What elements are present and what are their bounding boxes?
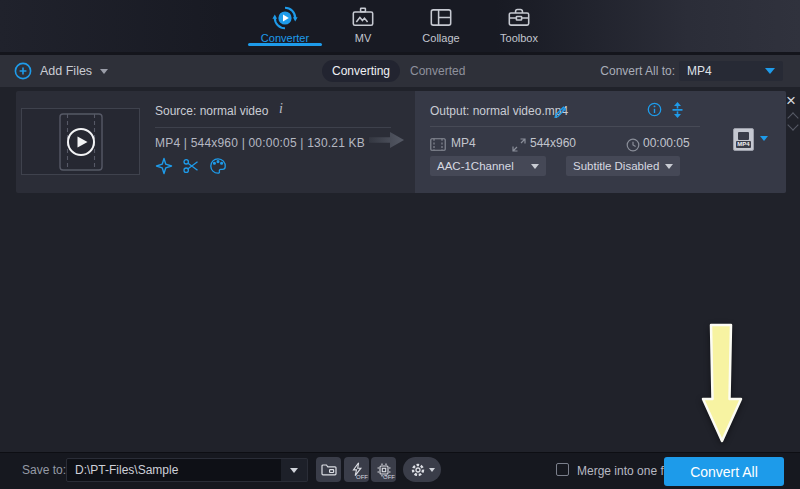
tab-mv[interactable]: MV xyxy=(326,0,400,52)
settings-tune-icon[interactable] xyxy=(671,102,684,118)
file-row: Source: normal video i MP4 | 544x960 | 0… xyxy=(16,91,786,193)
bottom-bar: Save to: OFF OFF xyxy=(0,452,800,489)
source-info-icon[interactable]: i xyxy=(279,101,283,117)
source-divider xyxy=(155,127,391,128)
rename-pencil-icon[interactable] xyxy=(553,103,568,118)
output-divider xyxy=(430,126,700,127)
output-info-icon[interactable] xyxy=(647,102,662,117)
output-label: Output: normal video.mp4 xyxy=(430,104,568,118)
annotation-arrow-down xyxy=(700,321,746,449)
merge-label[interactable]: Merge into one file xyxy=(577,464,676,478)
tab-converting[interactable]: Converting xyxy=(322,60,400,82)
add-files-button[interactable]: Add Files xyxy=(14,55,108,87)
convert-all-to-label: Convert All to: xyxy=(600,55,675,87)
audio-track-value: AAC-1Channel xyxy=(437,160,514,172)
output-film-icon xyxy=(430,138,446,151)
save-to-label: Save to: xyxy=(22,463,66,477)
tab-collage[interactable]: Collage xyxy=(404,0,478,52)
folder-icon xyxy=(321,463,337,476)
source-label: Source: normal video xyxy=(155,104,268,118)
collage-icon xyxy=(429,5,454,34)
active-tab-underline xyxy=(248,43,322,46)
source-meta: MP4 | 544x960 | 00:00:05 | 130.21 KB xyxy=(155,136,365,150)
open-folder-button[interactable] xyxy=(316,457,341,482)
remove-row-close-icon[interactable]: × xyxy=(786,92,796,110)
save-path-input[interactable] xyxy=(66,458,282,482)
output-panel: Output: normal video.mp4 xyxy=(415,91,786,193)
audio-select-caret-icon xyxy=(531,164,539,169)
play-filmstrip-icon xyxy=(59,113,103,171)
audio-track-select[interactable]: AAC-1Channel xyxy=(430,156,546,176)
add-plus-icon xyxy=(14,62,32,80)
format-badge-label: MP4 xyxy=(736,141,750,148)
main-tabs: Converter MV xyxy=(248,0,556,52)
subtitle-select[interactable]: Subtitle Disabled xyxy=(566,156,680,176)
move-down-chevron-icon[interactable] xyxy=(787,119,798,130)
source-to-output-arrow-icon xyxy=(369,130,405,154)
effects-star-icon[interactable] xyxy=(155,157,173,175)
tab-collage-label: Collage xyxy=(398,32,484,44)
settings-caret-icon xyxy=(429,468,435,472)
row-format-caret-icon[interactable] xyxy=(760,136,768,141)
converter-toolbar: Add Files Converting Converted Convert A… xyxy=(0,55,800,87)
merge-checkbox[interactable] xyxy=(556,463,569,476)
converter-icon xyxy=(272,5,298,35)
output-duration-value: 00:00:05 xyxy=(643,136,690,150)
output-resolution-value: 544x960 xyxy=(530,136,576,150)
file-list-area: Source: normal video i MP4 | 544x960 | 0… xyxy=(0,87,800,452)
video-thumbnail[interactable] xyxy=(21,108,140,175)
subtitle-value: Subtitle Disabled xyxy=(573,160,659,172)
add-files-caret-icon[interactable] xyxy=(100,69,108,74)
row-format-badge[interactable]: MP4 xyxy=(733,128,754,151)
resolution-resize-icon xyxy=(512,138,526,152)
format-selected-value: MP4 xyxy=(687,64,712,78)
gpu-off-label: OFF xyxy=(383,474,395,480)
tab-mv-label: MV xyxy=(320,32,406,44)
palette-icon[interactable] xyxy=(209,157,227,175)
save-path-caret-icon xyxy=(290,468,298,473)
top-tab-bar: Converter MV xyxy=(0,0,800,55)
gear-icon xyxy=(410,462,426,478)
cut-scissors-icon[interactable] xyxy=(182,157,200,175)
toolbox-icon xyxy=(507,5,532,34)
output-format-value: MP4 xyxy=(451,136,476,150)
convert-all-format-select[interactable]: MP4 xyxy=(679,61,783,81)
tab-toolbox[interactable]: Toolbox xyxy=(482,0,556,52)
mv-icon xyxy=(351,5,376,34)
save-path-dropdown[interactable] xyxy=(281,458,308,482)
format-badge-screen xyxy=(738,132,749,140)
app-window: Converter MV xyxy=(0,0,800,489)
gpu-acceleration-button[interactable]: OFF xyxy=(371,457,396,482)
add-files-label: Add Files xyxy=(40,64,92,78)
hardware-acceleration-button[interactable]: OFF xyxy=(344,457,369,482)
settings-button[interactable] xyxy=(403,457,441,482)
subtitle-select-caret-icon xyxy=(665,164,673,169)
tab-converted[interactable]: Converted xyxy=(410,60,465,82)
format-select-caret-icon xyxy=(765,68,775,74)
edit-tools xyxy=(155,157,227,175)
convert-all-button[interactable]: Convert All xyxy=(664,457,784,486)
hardware-off-label: OFF xyxy=(356,474,368,480)
tab-converter[interactable]: Converter xyxy=(248,0,322,52)
duration-clock-icon xyxy=(626,138,640,152)
tab-toolbox-label: Toolbox xyxy=(476,32,562,44)
